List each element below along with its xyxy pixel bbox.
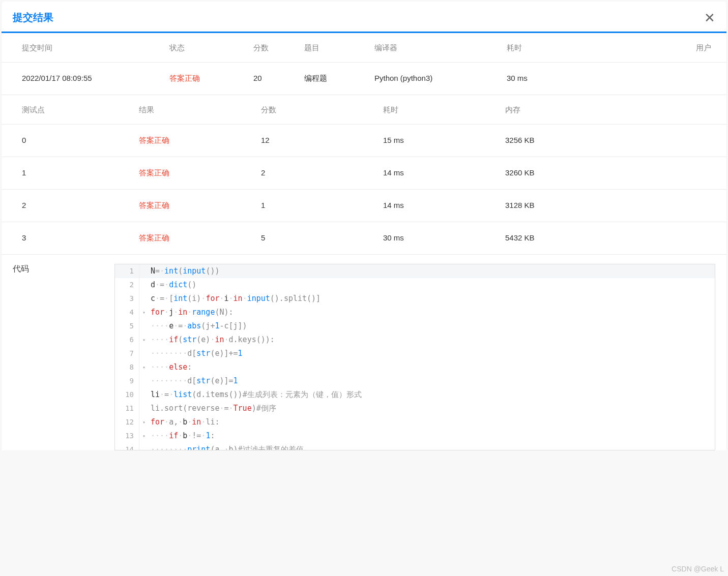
col-status: 状态	[165, 33, 249, 62]
test-point: 3	[13, 222, 135, 254]
code-text[interactable]: N=·int(input())	[149, 264, 715, 278]
status-value: 答案正确	[165, 63, 249, 95]
test-time: 14 ms	[379, 157, 501, 189]
fold-icon[interactable]: ▾	[139, 415, 149, 429]
code-text[interactable]: d·=·dict()	[149, 278, 715, 292]
test-result: 答案正确	[135, 157, 257, 189]
fold-icon[interactable]: ▾	[139, 306, 149, 319]
close-icon[interactable]: ✕	[704, 11, 715, 24]
col-elapsed: 耗时	[503, 33, 571, 62]
line-number: 1	[115, 264, 139, 278]
code-line[interactable]: 4▾for·j·in·range(N):	[115, 306, 715, 319]
line-number: 3	[115, 292, 139, 306]
elapsed-value: 30 ms	[503, 63, 571, 95]
col-test-score: 分数	[257, 95, 379, 124]
user-value	[571, 63, 715, 95]
code-text[interactable]: ····else:	[149, 360, 715, 374]
line-number: 14	[115, 443, 139, 450]
fold-icon	[139, 319, 149, 333]
code-text[interactable]: li.sort(reverse·=·True)#倒序	[149, 402, 715, 415]
code-text[interactable]: for·a,·b·in·li:	[149, 415, 715, 429]
code-text[interactable]: ····if·b·!=·1:	[149, 429, 715, 443]
col-submit-time: 提交时间	[13, 33, 165, 62]
test-row: 3答案正确530 ms5432 KB	[2, 222, 726, 255]
test-row: 1答案正确214 ms3260 KB	[2, 157, 726, 190]
line-number: 4	[115, 306, 139, 319]
test-memory: 3128 KB	[501, 190, 715, 222]
test-time: 30 ms	[379, 222, 501, 254]
problem-value: 编程题	[300, 63, 370, 95]
line-number: 2	[115, 278, 139, 292]
code-line[interactable]: 9········d[str(e)]=1	[115, 374, 715, 388]
submission-result-modal: 提交结果 ✕ 提交时间 状态 分数 题目 编译器 耗时 用户 2022/01/1…	[2, 2, 726, 450]
code-editor[interactable]: 1N=·int(input())2d·=·dict()3c·=·[int(i)·…	[114, 264, 715, 450]
col-compiler: 编译器	[370, 33, 503, 62]
line-number: 9	[115, 374, 139, 388]
code-text[interactable]: c·=·[int(i)·for·i·in·input().split()]	[149, 292, 715, 306]
modal-content: 提交时间 状态 分数 题目 编译器 耗时 用户 2022/01/17 08:09…	[2, 33, 726, 450]
fold-icon	[139, 347, 149, 360]
code-text[interactable]: ········d[str(e)]=1	[149, 374, 715, 388]
fold-icon[interactable]: ▾	[139, 429, 149, 443]
code-line[interactable]: 14········print(a,·b)#过滤去重复的差值	[115, 443, 715, 450]
test-result: 答案正确	[135, 222, 257, 254]
code-text[interactable]: for·j·in·range(N):	[149, 306, 715, 319]
code-line[interactable]: 5····e·=·abs(j+1-c[j])	[115, 319, 715, 333]
line-number: 8	[115, 360, 139, 374]
test-point: 1	[13, 157, 135, 189]
test-header-row: 测试点 结果 分数 耗时 内存	[2, 95, 726, 125]
modal-title: 提交结果	[13, 11, 53, 24]
code-text[interactable]: li·=·list(d.items())#生成列表：元素为（键，值）形式	[149, 388, 715, 402]
test-score: 2	[257, 157, 379, 189]
test-point: 2	[13, 190, 135, 222]
test-memory: 3260 KB	[501, 157, 715, 189]
code-line[interactable]: 2d·=·dict()	[115, 278, 715, 292]
col-test-result: 结果	[135, 95, 257, 124]
code-label: 代码	[13, 264, 114, 450]
test-memory: 3256 KB	[501, 125, 715, 157]
line-number: 11	[115, 402, 139, 415]
fold-icon	[139, 402, 149, 415]
test-memory: 5432 KB	[501, 222, 715, 254]
test-score: 1	[257, 190, 379, 222]
line-number: 7	[115, 347, 139, 360]
line-number: 5	[115, 319, 139, 333]
test-result: 答案正确	[135, 125, 257, 157]
code-line[interactable]: 11li.sort(reverse·=·True)#倒序	[115, 402, 715, 415]
fold-icon	[139, 388, 149, 402]
col-test-memory: 内存	[501, 95, 715, 124]
code-text[interactable]: ····if(str(e)·in·d.keys()):	[149, 333, 715, 347]
code-line[interactable]: 13▾····if·b·!=·1:	[115, 429, 715, 443]
col-problem: 题目	[300, 33, 370, 62]
code-text[interactable]: ········d[str(e)]+=1	[149, 347, 715, 360]
fold-icon	[139, 443, 149, 450]
col-score: 分数	[249, 33, 300, 62]
summary-row: 2022/01/17 08:09:55 答案正确 20 编程题 Python (…	[2, 63, 726, 95]
test-row: 2答案正确114 ms3128 KB	[2, 190, 726, 222]
line-number: 13	[115, 429, 139, 443]
code-line[interactable]: 8▾····else:	[115, 360, 715, 374]
line-number: 10	[115, 388, 139, 402]
code-line[interactable]: 12▾for·a,·b·in·li:	[115, 415, 715, 429]
test-score: 12	[257, 125, 379, 157]
test-time: 14 ms	[379, 190, 501, 222]
code-text[interactable]: ····e·=·abs(j+1-c[j])	[149, 319, 715, 333]
modal-header: 提交结果 ✕	[2, 2, 726, 33]
code-line[interactable]: 1N=·int(input())	[115, 264, 715, 278]
line-number: 6	[115, 333, 139, 347]
test-point: 0	[13, 125, 135, 157]
summary-header-row: 提交时间 状态 分数 题目 编译器 耗时 用户	[2, 33, 726, 63]
code-line[interactable]: 6▾····if(str(e)·in·d.keys()):	[115, 333, 715, 347]
submit-time: 2022/01/17 08:09:55	[13, 63, 165, 95]
code-line[interactable]: 7········d[str(e)]+=1	[115, 347, 715, 360]
compiler-value: Python (python3)	[370, 63, 503, 95]
test-row: 0答案正确1215 ms3256 KB	[2, 125, 726, 157]
score-value: 20	[249, 63, 300, 95]
code-line[interactable]: 3c·=·[int(i)·for·i·in·input().split()]	[115, 292, 715, 306]
code-line[interactable]: 10li·=·list(d.items())#生成列表：元素为（键，值）形式	[115, 388, 715, 402]
code-text[interactable]: ········print(a,·b)#过滤去重复的差值	[149, 443, 715, 450]
fold-icon[interactable]: ▾	[139, 360, 149, 374]
col-test-point: 测试点	[13, 95, 135, 124]
fold-icon[interactable]: ▾	[139, 333, 149, 347]
test-score: 5	[257, 222, 379, 254]
